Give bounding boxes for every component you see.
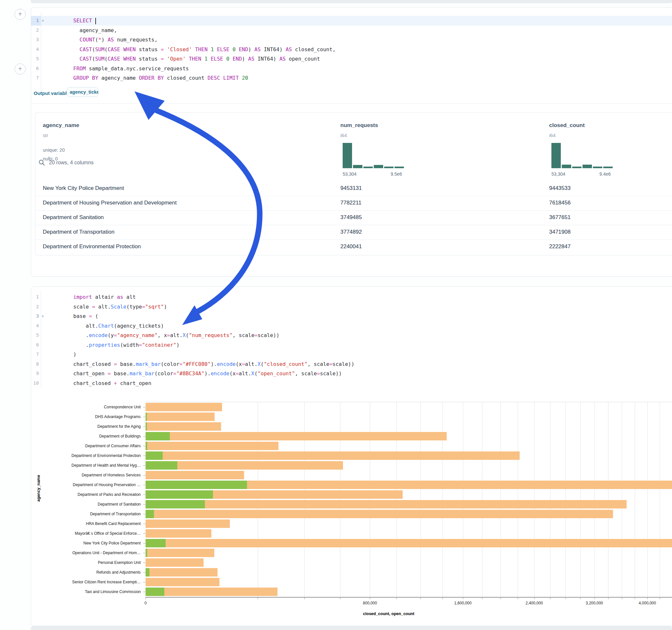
y-axis-tick <box>143 475 145 476</box>
code-line[interactable]: chart_open = base.mark_bar(color="#8BC34… <box>73 369 672 379</box>
open-count-bar <box>146 413 147 421</box>
histogram-bar <box>562 165 571 168</box>
chart-bars-layer <box>146 402 672 597</box>
table-row[interactable]: Department of Environmental Protection22… <box>35 240 672 254</box>
sql-editor[interactable]: 1∨SELECT 2 agency_name,3 COUNT(*) AS num… <box>31 16 672 84</box>
y-axis-label: Department for the Aging <box>44 424 141 429</box>
code-line[interactable]: ) <box>73 350 672 359</box>
histogram-max-label: 9.5e6 <box>391 171 402 177</box>
line-number: 9 <box>29 369 39 379</box>
y-axis-label: Department of Health and Mental Hyg… <box>44 463 141 468</box>
y-axis-tick <box>143 407 145 407</box>
code-line[interactable]: chart_closed = base.mark_bar(color="#FFC… <box>73 359 672 369</box>
text-cursor <box>95 18 96 24</box>
search-icon[interactable] <box>38 159 45 166</box>
x-axis-tick <box>442 597 443 599</box>
closed-count-bar <box>146 471 244 479</box>
line-number: 7 <box>29 350 39 359</box>
code-line[interactable]: FROM sample_data.nyc.service_requests <box>73 64 672 74</box>
add-cell-button-top[interactable]: + <box>15 9 26 20</box>
table-body: New York City Police Department945313194… <box>35 181 672 255</box>
code-line[interactable]: GROUP BY agency_name ORDER BY closed_cou… <box>73 73 672 83</box>
open-count-bar <box>146 481 247 489</box>
table-row[interactable]: Department of Sanitation37494853677651 <box>35 210 672 225</box>
column-name: closed_count <box>549 122 585 129</box>
row-divider <box>35 210 672 211</box>
code-line[interactable]: alt.Chart(agency_tickets) <box>73 321 672 331</box>
y-axis-label: Department of Environmental Protection <box>44 453 141 458</box>
x-axis-tick <box>340 597 340 599</box>
closed-count-bar <box>146 519 230 528</box>
y-axis-label: Correspondence Unit <box>44 405 141 409</box>
code-line[interactable]: chart_closed + chart_open <box>73 379 672 388</box>
x-axis-tick <box>595 597 595 599</box>
closed-count-bar <box>146 432 447 440</box>
y-axis-label: Mayorâ€ s Office of Special Enforce… <box>44 531 141 536</box>
x-axis-tick-label: 2,400,000 <box>526 601 543 605</box>
y-axis-label: Taxi and Limousine Commission <box>44 589 141 594</box>
code-line[interactable]: SELECT <box>73 16 672 26</box>
x-axis-tick <box>608 597 608 599</box>
y-axis-tick <box>143 563 145 563</box>
next-cell-edge <box>31 626 672 630</box>
code-line[interactable]: CAST(SUM(CASE WHEN status = 'Closed' THE… <box>73 45 672 54</box>
table-header: agency_namestrunique: 20nulls: 0num_requ… <box>35 113 672 181</box>
output-variable-chip[interactable]: agency_tickets <box>67 87 99 97</box>
y-axis-tick <box>143 436 145 437</box>
y-axis-label: Department of Homeless Services <box>44 473 141 477</box>
add-cell-button-middle[interactable]: + <box>15 64 26 75</box>
row-divider <box>35 225 672 225</box>
code-line[interactable]: COUNT(*) AS num_requests, <box>73 35 672 45</box>
line-number: 3 <box>29 311 39 321</box>
code-line[interactable]: .properties(width="container") <box>73 340 672 350</box>
collapse-caret-icon[interactable]: ∨ <box>42 16 44 26</box>
open-count-bar <box>146 510 154 518</box>
open-count-bar <box>146 452 163 460</box>
line-number: 4 <box>29 321 39 331</box>
y-axis-label: New York City Police Department <box>44 541 141 546</box>
closed-count-bar <box>146 452 520 460</box>
table-cell-num_requests: 3749485 <box>340 214 362 221</box>
y-axis-label: Department of Consumer Affairs <box>44 444 141 448</box>
line-number: 8 <box>29 359 39 369</box>
table-cell-closed_count: 9443533 <box>549 185 571 192</box>
x-axis-tick <box>622 597 622 599</box>
code-line[interactable]: CAST(SUM(CASE WHEN status = 'Open' THEN … <box>73 54 672 64</box>
line-number: 10 <box>29 379 39 388</box>
table-cell-num_requests: 2240041 <box>340 243 362 250</box>
y-axis-label: DHS Advantage Programs <box>44 414 141 419</box>
line-number: 3 <box>29 35 39 45</box>
histogram-bar <box>582 165 592 168</box>
python-editor[interactable]: 1import altair as alt2scale = alt.Scale(… <box>31 292 672 388</box>
closed-count-bar <box>146 539 672 547</box>
y-axis-tick <box>143 592 145 592</box>
code-line[interactable]: import altair as alt <box>73 292 672 302</box>
open-count-bar <box>146 587 164 596</box>
histogram-bar <box>593 167 602 168</box>
y-axis-label: Senior Citizen Rent Increase Exempti… <box>44 580 141 584</box>
closed-count-bar <box>146 422 221 431</box>
table-cell-agency_name: Department of Environmental Protection <box>43 243 141 250</box>
y-axis-tick <box>143 533 145 534</box>
x-axis-tick <box>421 597 421 599</box>
code-line[interactable]: .encode(y="agency_name", x=alt.X("num_re… <box>73 331 672 340</box>
code-line[interactable]: agency_name, <box>73 26 672 35</box>
y-axis-tick <box>143 543 145 543</box>
table-row[interactable]: Department of Transportation377489234719… <box>35 225 672 240</box>
y-axis-tick <box>143 514 145 514</box>
open-count-bar <box>146 461 177 469</box>
open-count-bar <box>146 500 205 508</box>
collapse-caret-icon[interactable]: ∨ <box>42 311 44 321</box>
table-row[interactable]: Department of Housing Preservation and D… <box>35 196 672 210</box>
table-row[interactable]: New York City Police Department945313194… <box>35 181 672 196</box>
x-axis-tick-label: 4,000,000 <box>639 601 656 605</box>
row-divider <box>35 240 672 240</box>
x-axis-tick <box>258 597 258 599</box>
table-cell-closed_count: 3677651 <box>549 214 571 221</box>
code-line[interactable]: base = ( <box>73 311 672 321</box>
x-axis-tick <box>660 597 660 599</box>
table-cell-closed_count: 3471908 <box>549 229 571 235</box>
code-line[interactable]: scale = alt.Scale(type="sqrt") <box>73 302 672 312</box>
line-number: 5 <box>29 54 39 64</box>
table-cell-closed_count: 7618456 <box>549 200 571 206</box>
